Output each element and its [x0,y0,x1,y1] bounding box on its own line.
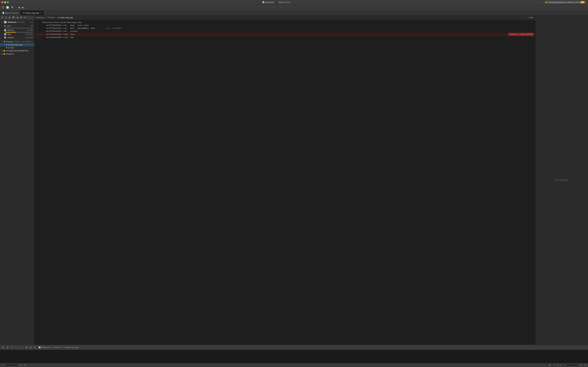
nav-left[interactable]: ◀ [530,17,532,18]
title-bar-center: 🔤 MyNameIs 📱 iPhone 11 Pro [262,1,290,3]
debug-bc-app: MyNameIs [42,346,50,348]
debug-breadcrumb: 🔤 MyNameIs › ℹ Thread 1 › ● 0 mach_msg_t… [39,346,79,349]
debug-down-btn[interactable]: ↓ [22,346,25,349]
run-dot: ⚡ [545,1,548,3]
memory-icon: 💾 [4,29,6,31]
filter-input-right[interactable] [562,364,578,367]
right-panel: No Selection [536,15,588,345]
sidebar-btn-5[interactable]: ◆ [16,16,19,19]
auto-select[interactable]: Auto [546,364,555,367]
sidebar-btn-1[interactable]: ⊞ [1,16,4,19]
thread1-header[interactable]: ▼ Thread 1 Queue: c...ead (serial) ⚠ [0,40,34,43]
app-header[interactable]: ▼ 🔤 MyNameIs PID 2176 ● ● [0,20,34,25]
sidebar-btn-4[interactable]: 🔍 [12,16,16,19]
breadcrumb: MyNameIs › ℹ Thread 1 › ● 0 mach_msg_tra… [35,15,536,20]
filter-btn-3[interactable]: ⊞ [579,364,582,367]
help-icon[interactable]: ? [560,364,561,366]
debug-stepout-btn[interactable]: ↑ [18,346,21,349]
line-num-6: 6 [35,36,39,39]
debug-render-btn[interactable]: ⊕ [25,346,28,349]
debug-stepinto-btn[interactable]: ↘ [14,346,17,349]
tab-close-icon[interactable]: ✕ [40,12,41,14]
line-num-5: 5 [35,33,39,36]
sidebar-toggle-btn[interactable]: ☰ [1,6,5,9]
line-code-5: 0x7fff5dc9fdfa <+10>: retq [42,33,75,36]
breakpoint-btn[interactable]: ⬜ [6,6,9,9]
no-selection-label: No Selection [555,179,568,181]
maximize-button[interactable] [7,1,9,3]
app-pid: PID 2176 [17,21,25,23]
breadcrumb-right: ⚠ ◀ ▶ [528,17,534,18]
signal-badge: Thread 1: signal SIGTERM [508,33,534,36]
sidebar-btn-2[interactable]: ⊡ [5,16,8,19]
code-line-5: 5 -> 0x7fff5dc9fdfa <+10>: retq Thread 1… [35,33,536,36]
debug-stepover-btn[interactable]: ↷ [10,346,13,349]
nav-right[interactable]: ▶ [533,17,534,18]
sidebar: ⊞ ⊡ ⊠ 🔍 ◆ ⚑ ⚙ ▼ 🔤 MyNameIs PID 2176 ● ● … [0,15,35,345]
search-btn[interactable]: 🔍 [10,6,14,9]
title-bar-right: ⚡ Running MyNameIs on iPhone 11 Pro ▲ 5 [543,1,587,4]
tab-main-storyboard[interactable]: 📄 Main.storyboard [0,10,20,15]
debug-pause-btn[interactable]: ⏸ [6,346,9,349]
cpu-icon: 🖥 [4,25,6,27]
inspect-icon[interactable]: ⊙ [557,364,558,366]
memory-value: 12.5 MB [27,29,33,31]
sidebar-btn-3[interactable]: ⊠ [8,16,11,19]
breadcrumb-mynames[interactable]: MyNameIs [36,17,45,18]
thread1-section: ▼ Thread 1 Queue: c...ead (serial) ⚠ 0 m… [0,40,34,49]
resource-row-memory[interactable]: 💾 Memory 12.5 MB [0,28,34,32]
bottom-area: ☰ ⏸ ↷ ↘ ↑ ↓ ⊕ ⊞ ⊡ 🔤 MyNameIs › ℹ Thread … [0,345,588,367]
code-line-2: 2 0x7fff5dc9fdf0 <+0>: movq %rcx, %r10 [35,24,536,27]
eventfetch-header[interactable]: ▶ com.apple.uikit.eventfetch-thre... [0,49,34,52]
resource-row-network[interactable]: 📡 Network Zero KB/s [0,36,34,39]
debug-bc-icon: 🔤 [39,346,41,349]
thread1-icon: ℹ [47,17,47,18]
breadcrumb-trap[interactable]: ● 0 mach_msg_trap [57,17,73,18]
traffic-lights[interactable] [1,1,9,3]
sidebar-toolbar: ⊞ ⊡ ⊠ 🔍 ◆ ⚑ ⚙ [0,15,34,20]
filter-btn-1[interactable]: ⊞ [19,364,22,367]
close-button[interactable] [1,1,3,3]
forward-btn[interactable]: ▶ [21,6,25,9]
breadcrumb-thread1[interactable]: ℹ Thread 1 [47,17,55,18]
status-dot-2: ● [32,21,33,23]
tab-mach-msg-trap[interactable]: ● 0 mach_msg_trap ✕ [20,10,44,15]
back-btn[interactable]: ◀ [17,6,20,9]
run-status: ⚡ Running MyNameIs on iPhone 11 Pro ▲ 5 [543,1,587,4]
trap-icon2: ● [57,17,58,18]
code-line-6: 6 0x7fff5dc9fdfb <+11>: nop [35,36,536,39]
tab-mach-msg-trap-label: 0 mach_msg_trap [25,12,39,14]
memory-label: Memory [7,29,26,31]
resource-row-disk[interactable]: 💿 Disk Zero KB/s [0,33,34,36]
debug-bc-thread-icon: ℹ [52,346,53,349]
line-code-2: 0x7fff5dc9fdf0 <+0>: movq %rcx, %r10 [42,24,89,27]
sidebar-btn-6[interactable]: ⚑ [20,16,23,19]
line-arrow-5: -> [39,33,42,36]
debug-bc-sep2: › [61,346,62,348]
app-icon: 🔤 [262,1,265,3]
line-num-3: 3 [35,27,39,30]
thread11-header[interactable]: ▶ Thread 11 [0,52,34,56]
thread1-frame0[interactable]: 0 mach_msg_trap [0,43,34,46]
thread1-expand-arrow: ▼ [1,41,3,42]
sidebar-btn-7[interactable]: ⚙ [24,16,26,19]
line-code-6: 0x7fff5dc9fdfb <+11>: nop [42,36,73,39]
filter-input-left[interactable] [1,364,18,367]
thread1-frame12[interactable]: 12 start [0,46,34,49]
breadcrumb-sep2: › [56,17,56,18]
minimize-button[interactable] [4,1,6,3]
debug-env-btn[interactable]: ⊡ [33,346,37,349]
debug-mem-btn[interactable]: ⊞ [29,346,33,349]
storyboard-icon: 📄 [2,12,4,14]
debug-hide-btn[interactable]: ☰ [1,346,5,349]
filter-btn-4[interactable]: ⊡ [584,364,587,367]
line-code-1: libsystem_kernel.dylib`mach_msg_trap: [42,21,82,24]
line-code-4: 0x7fff5dc9fdf8 <+8>: syscall [42,30,78,33]
tab-main-storyboard-label: Main.storyboard [5,12,18,14]
resource-row-cpu[interactable]: 🖥 CPU 0% [0,25,34,28]
line-num-1: 1 [35,21,39,24]
console-area[interactable] [0,350,588,363]
code-editor[interactable]: 1 libsystem_kernel.dylib`mach_msg_trap: … [35,20,536,345]
filter-btn-2[interactable]: ⊡ [23,364,26,367]
disk-icon: 💿 [4,33,6,35]
